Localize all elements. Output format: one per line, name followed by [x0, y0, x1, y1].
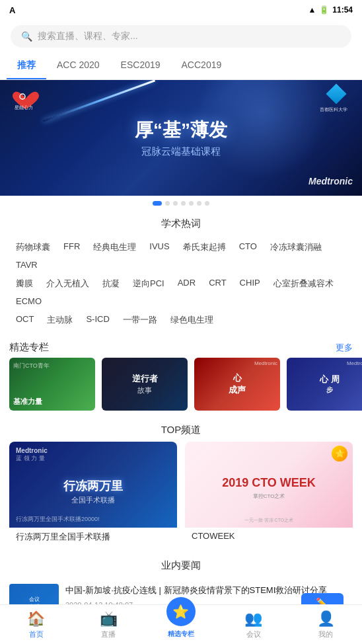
- banner-dots: [0, 196, 362, 211]
- dot-3[interactable]: [173, 201, 178, 206]
- hot-word-row-3: OCT 主动脉 S-ICD 一带一路 绿色电生理: [9, 311, 353, 329]
- carrier-label: A: [9, 5, 15, 15]
- content-area: 星能心力 首都医科大学 厚“基”薄发 冠脉云端基础课程 Medtronic 学术…: [0, 80, 362, 644]
- featured-card-1[interactable]: 南门CTO青年 基准力量: [9, 358, 95, 411]
- channel-1-label: 行冻两万里全国手术联播: [9, 528, 177, 546]
- banner-text-content: 厚“基”薄发 冠脉云端基础课程: [135, 118, 227, 158]
- industry-news-title: 业内要闻: [0, 553, 362, 577]
- university-name: 首都医科大学: [320, 106, 347, 113]
- mine-label: 我的: [318, 629, 333, 639]
- dot-2[interactable]: [165, 201, 170, 206]
- banner-star-line: [43, 80, 155, 122]
- meeting-icon: 👥: [244, 610, 262, 627]
- search-icon: 🔍: [21, 31, 32, 42]
- battery-icon: 🔋: [319, 5, 329, 15]
- nav-meeting[interactable]: 👥 会议: [217, 610, 290, 639]
- hot-word-item[interactable]: ECMO: [9, 293, 48, 309]
- nav-home[interactable]: 🏠 首页: [0, 610, 73, 639]
- home-label: 首页: [29, 629, 44, 639]
- channel-card-2[interactable]: ⭐ 2019 CTO WEEK 掌控CTO之术 一元一致·苦冻·CTO之术 CT…: [185, 442, 353, 546]
- banner-heart-logo: 星能心力: [9, 89, 42, 112]
- dot-6[interactable]: [197, 201, 201, 206]
- hot-word-item[interactable]: IVUS: [143, 238, 176, 257]
- university-logo: 首都医科大学: [320, 87, 353, 113]
- nav-mine[interactable]: 👤 我的: [289, 610, 362, 639]
- hot-word-item[interactable]: S-ICD: [79, 311, 116, 329]
- hot-word-item[interactable]: CRT: [202, 274, 233, 293]
- live-icon: 📺: [100, 610, 118, 627]
- featured-card-4[interactable]: Medtronic 心 周 步: [287, 358, 362, 411]
- hot-word-item[interactable]: CTO: [233, 238, 264, 257]
- svg-text:星能心力: 星能心力: [15, 105, 33, 110]
- hot-word-item[interactable]: ADR: [171, 274, 202, 293]
- hot-word-item[interactable]: 希氏束起搏: [176, 238, 233, 257]
- hot-word-item[interactable]: TAVR: [9, 257, 44, 273]
- search-placeholder: 搜索直播、课程、专家...: [38, 30, 138, 42]
- top-channels-area: Medtronic 蓝 领 力 量 行冻两万里 全国手术联播 行冻两万里全国手术…: [0, 442, 362, 553]
- tab-esc2019[interactable]: ESC2019: [110, 53, 171, 79]
- banner-subtitle: 冠脉云端基础课程: [135, 145, 227, 158]
- status-bar: A ▲ 🔋 11:54: [0, 0, 362, 20]
- hot-word-item[interactable]: 绿色电生理: [164, 311, 220, 329]
- sponsor-label: Medtronic: [308, 176, 353, 186]
- featured-icon: ⭐: [166, 597, 196, 626]
- channel-2-image: ⭐ 2019 CTO WEEK 掌控CTO之术 一元一致·苦冻·CTO之术: [185, 442, 353, 528]
- hot-word-item[interactable]: OCT: [9, 311, 40, 329]
- hot-word-item[interactable]: 主动脉: [40, 311, 79, 329]
- time-label: 11:54: [332, 5, 353, 15]
- featured-label: 精选专栏: [168, 629, 194, 639]
- channel-card-1[interactable]: Medtronic 蓝 领 力 量 行冻两万里 全国手术联播 行冻两万里全国手术…: [9, 442, 177, 546]
- channel-2-label: CTOWEEK: [185, 528, 353, 544]
- hot-word-item[interactable]: 经典电生理: [87, 238, 143, 257]
- tab-acc2020[interactable]: ACC 2020: [46, 53, 110, 79]
- hot-words-title: 学术热词: [0, 211, 362, 235]
- mine-icon: 👤: [317, 610, 335, 627]
- hot-word-item[interactable]: 抗凝: [96, 274, 126, 293]
- hot-word-item[interactable]: CHIP: [233, 274, 267, 293]
- tab-acc2019[interactable]: ACC2019: [171, 53, 233, 79]
- search-input-area[interactable]: 🔍 搜索直播、课程、专家...: [11, 25, 351, 48]
- hot-word-item[interactable]: 冷冻球囊消融: [264, 238, 328, 257]
- hot-word-item[interactable]: 一带一路: [116, 311, 164, 329]
- nav-live[interactable]: 📺 直播: [73, 610, 145, 639]
- channel-1-image: Medtronic 蓝 领 力 量 行冻两万里 全国手术联播 行冻两万里全国手术…: [9, 442, 177, 528]
- bottom-nav: 🏠 首页 📺 直播 ⭐ 精选专栏 👥 会议 👤 我的: [0, 604, 362, 644]
- dot-4[interactable]: [181, 201, 186, 206]
- live-label: 直播: [101, 629, 116, 639]
- featured-scroll-area: 南门CTO青年 基准力量 逆行者 故事 Medtronic 心 成声: [0, 358, 362, 417]
- tab-recommend[interactable]: 推荐: [7, 53, 46, 79]
- banner-main-title: 厚“基”薄发: [135, 118, 227, 143]
- tabs-bar: 推荐 ACC 2020 ESC2019 ACC2019: [0, 53, 362, 80]
- wifi-icon: ▲: [308, 5, 316, 15]
- home-icon: 🏠: [27, 610, 45, 627]
- featured-more-button[interactable]: 更多: [336, 342, 353, 354]
- hot-words-container: 药物球囊 FFR 经典电生理 IVUS 希氏束起搏 CTO 冷冻球囊消融 TAV…: [0, 235, 362, 336]
- search-bar: 🔍 搜索直播、课程、专家...: [0, 20, 362, 53]
- status-right: ▲ 🔋 11:54: [308, 5, 353, 15]
- featured-section-title: 精选专栏: [9, 341, 49, 354]
- dot-5[interactable]: [189, 201, 194, 206]
- dot-7[interactable]: [205, 201, 209, 206]
- hot-word-item[interactable]: 介入无植入: [40, 274, 96, 293]
- meeting-label: 会议: [246, 629, 261, 639]
- top-channels-title: TOP频道: [0, 417, 362, 442]
- hot-word-item[interactable]: 瓣膜: [9, 274, 40, 293]
- hot-word-item[interactable]: 心室折叠减容术: [267, 274, 340, 293]
- hot-word-row-1: 药物球囊 FFR 经典电生理 IVUS 希氏束起搏 CTO 冷冻球囊消融 TAV…: [9, 238, 353, 273]
- hot-word-row-2: 瓣膜 介入无植入 抗凝 逆向PCI ADR CRT CHIP 心室折叠减容术 E…: [9, 274, 353, 309]
- banner: 星能心力 首都医科大学 厚“基”薄发 冠脉云端基础课程 Medtronic: [0, 80, 362, 196]
- dot-1[interactable]: [153, 201, 162, 206]
- featured-header: 精选专栏 更多: [0, 336, 362, 358]
- nav-featured[interactable]: ⭐ 精选专栏: [145, 610, 217, 639]
- featured-card-3[interactable]: Medtronic 心 成声: [194, 358, 280, 411]
- hot-word-item[interactable]: 逆向PCI: [126, 274, 171, 293]
- featured-card-2[interactable]: 逆行者 故事: [102, 358, 188, 411]
- hot-word-item[interactable]: 药物球囊: [9, 238, 57, 257]
- hot-word-item[interactable]: FFR: [57, 238, 87, 257]
